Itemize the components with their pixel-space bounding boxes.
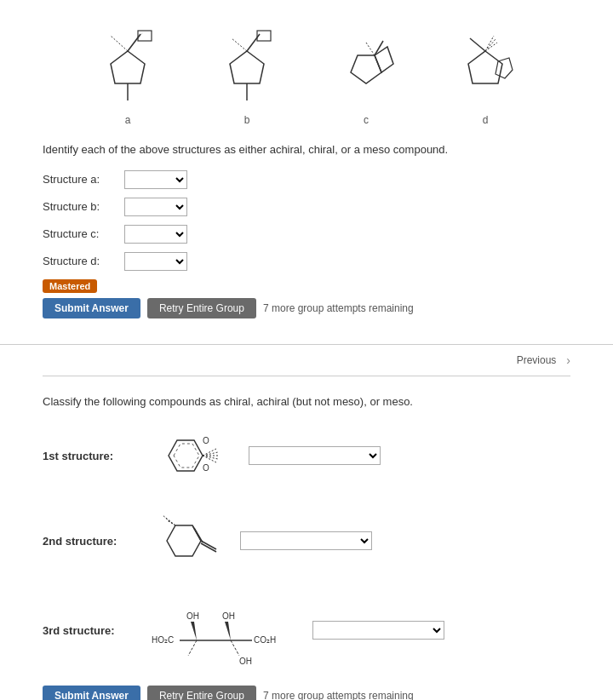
svg-marker-20 <box>496 58 513 78</box>
svg-marker-40 <box>191 622 197 640</box>
svg-text:OH: OH <box>186 611 199 621</box>
structure-c-label: c <box>364 114 369 126</box>
svg-line-26 <box>203 452 218 456</box>
svg-text:O: O <box>203 436 209 445</box>
structure-d-label: d <box>483 114 489 126</box>
structure-d-item: d <box>451 26 519 126</box>
svg-marker-22 <box>174 444 199 468</box>
structure-d-row: Structure d: achiral chiral meso <box>43 252 570 271</box>
svg-line-35 <box>167 520 175 525</box>
section2-buttons-row: Submit Answer Retry Entire Group 7 more … <box>43 686 570 700</box>
structure-c-label-text: Structure c: <box>43 227 119 240</box>
struct2-3-molecule: HO₂C OH OH OH CO₂H <box>150 592 299 668</box>
structure-c-select[interactable]: achiral chiral meso <box>124 225 187 244</box>
struct2-3-svg: HO₂C OH OH OH CO₂H <box>150 592 299 668</box>
structure-b-item: b <box>213 26 281 126</box>
struct2-1-label: 1st structure: <box>43 450 136 462</box>
struct2-2-label: 2nd structure: <box>43 535 136 548</box>
svg-line-29 <box>203 456 216 462</box>
svg-marker-0 <box>111 51 145 83</box>
section1-attempts-text: 7 more group attempts remaining <box>263 302 414 314</box>
molecule-a-svg <box>94 26 162 111</box>
svg-text:CO₂H: CO₂H <box>254 635 276 645</box>
structure-a-row: Structure a: achiral chiral meso <box>43 170 570 189</box>
svg-line-34 <box>165 518 175 525</box>
svg-line-19 <box>470 38 485 51</box>
svg-line-25 <box>203 449 216 456</box>
struct2-2-row: 2nd structure: chiral achiral (but no <box>43 507 570 575</box>
svg-line-49 <box>188 640 197 656</box>
svg-text:OH: OH <box>239 657 252 666</box>
svg-line-2 <box>111 36 128 51</box>
svg-text:O: O <box>203 463 209 473</box>
section1: a b c <box>0 0 613 345</box>
svg-line-14 <box>366 43 375 55</box>
svg-line-16 <box>485 36 494 51</box>
struct2-3-row: 3rd structure: HO₂C OH OH OH <box>43 592 570 668</box>
svg-marker-5 <box>128 32 143 51</box>
struct2-1-select[interactable]: chiral achiral (but not meso) meso <box>249 446 381 465</box>
svg-line-18 <box>485 43 497 51</box>
next-arrow[interactable]: › <box>566 353 570 367</box>
section1-submit-button[interactable]: Submit Answer <box>43 298 140 318</box>
structure-a-select[interactable]: achiral chiral meso <box>124 170 187 189</box>
structure-a-label: a <box>125 114 131 126</box>
structure-b-select[interactable]: achiral chiral meso <box>124 198 187 216</box>
structure-a-item: a <box>94 26 162 126</box>
section1-buttons-row: Submit Answer Retry Entire Group 7 more … <box>43 298 570 318</box>
structures-row: a b c <box>43 17 570 126</box>
section2-submit-button[interactable]: Submit Answer <box>43 686 140 700</box>
svg-text:HO₂C: HO₂C <box>152 635 174 645</box>
svg-line-7 <box>247 34 260 51</box>
struct2-1-molecule: O O <box>150 422 235 490</box>
struct2-1-row: 1st structure: O O chiral <box>43 422 570 490</box>
molecule-d-svg <box>451 26 519 111</box>
svg-line-43 <box>231 640 239 656</box>
svg-marker-45 <box>225 622 231 640</box>
molecule-b-svg <box>213 26 281 111</box>
svg-line-8 <box>232 38 247 51</box>
previous-link[interactable]: Previous <box>517 354 557 366</box>
structure-c-item: c <box>332 26 400 126</box>
structure-a-label-text: Structure a: <box>43 173 119 186</box>
nav-row: Previous › <box>0 345 613 376</box>
structure-b-label: b <box>244 114 250 126</box>
struct2-2-molecule <box>150 507 226 575</box>
struct2-3-label: 3rd structure: <box>43 624 136 637</box>
struct2-3-select[interactable]: chiral achiral (but not meso) meso <box>312 621 444 640</box>
svg-marker-6 <box>230 51 264 83</box>
svg-text:OH: OH <box>222 611 235 621</box>
struct2-2-svg <box>150 507 226 575</box>
molecule-c-svg <box>332 26 400 111</box>
structure-c-row: Structure c: achiral chiral meso <box>43 225 570 244</box>
section1-retry-button[interactable]: Retry Entire Group <box>147 298 256 318</box>
structure-b-label-text: Structure b: <box>43 200 119 213</box>
section2-attempts-text: 7 more group attempts remaining <box>263 690 414 700</box>
section2: Classify the following compounds as chir… <box>0 376 613 701</box>
struct2-1-svg: O O <box>150 422 235 490</box>
svg-line-28 <box>203 456 218 459</box>
structure-d-label-text: Structure d: <box>43 255 119 267</box>
struct2-2-select[interactable]: chiral achiral (but not meso) meso <box>240 531 372 550</box>
question2-text: Classify the following compounds as chir… <box>43 393 570 410</box>
question1-text: Identify each of the above structures as… <box>43 141 570 158</box>
section2-retry-button[interactable]: Retry Entire Group <box>147 686 256 700</box>
structure-b-row: Structure b: achiral chiral meso <box>43 198 570 216</box>
structure-d-select[interactable]: achiral chiral meso <box>124 252 187 271</box>
mastered-badge: Mastered <box>43 279 97 293</box>
